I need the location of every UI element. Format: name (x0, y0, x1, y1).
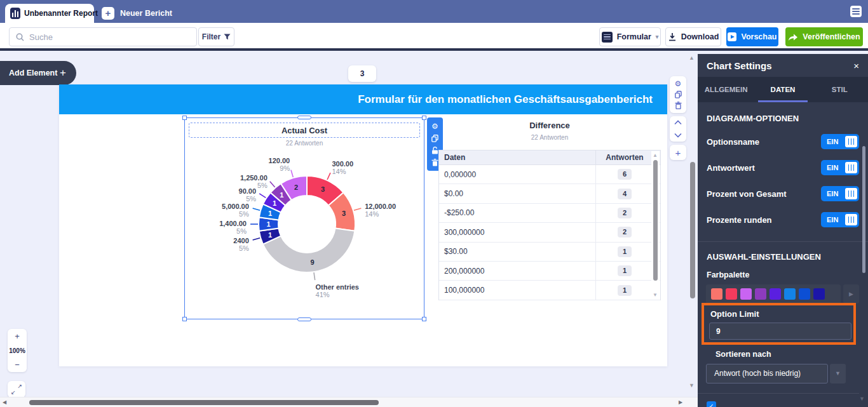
section-auswahl-einstellungen: AUSWAHL-EINSTELLUNGEN (698, 252, 868, 262)
panel-scrollbar-thumb[interactable] (862, 146, 865, 273)
zoom-level: 100% (9, 347, 25, 354)
table-scrollbar[interactable]: ▲ ▼ (651, 151, 660, 299)
report-icon (10, 8, 20, 19)
formular-label: Formular (617, 32, 651, 41)
scrollbar-thumb[interactable] (653, 160, 658, 281)
color-swatch[interactable] (813, 288, 825, 300)
dropdown-arrow-icon[interactable]: ▼ (830, 364, 846, 384)
option-limit-input[interactable] (709, 323, 851, 340)
form-icon (602, 32, 613, 43)
color-swatch[interactable] (740, 288, 752, 300)
donut-chart-widget[interactable]: Actual Cost 22 Antworten 3300.0014%312,0… (184, 117, 424, 319)
table-row[interactable]: -$250.002 (439, 204, 660, 223)
canvas-scroll-down-icon[interactable]: ▼ (689, 382, 695, 389)
filter-button[interactable]: Filter (198, 27, 234, 46)
veroeffentlichen-label: Veröffentlichen (803, 32, 860, 41)
panel-tab-daten[interactable]: DATEN (754, 77, 811, 102)
plus-icon: + (60, 67, 66, 79)
color-swatch[interactable] (799, 288, 810, 300)
toggle-switch-on[interactable]: EIN (821, 134, 859, 149)
trash-icon[interactable] (431, 159, 438, 166)
add-element-label: Add Element (9, 69, 57, 77)
segment-count: 1 (268, 210, 272, 217)
horizontal-scrollbar[interactable]: ◀ ▶ (0, 397, 698, 407)
segment-percent: 5% (257, 182, 268, 189)
checkbox-checked[interactable]: ✓ (707, 401, 716, 407)
app-menu-icon[interactable] (850, 6, 862, 17)
page-header-band[interactable]: Formular für den monatlichen Geschäftsau… (59, 84, 667, 114)
cell-antworten: 1 (596, 285, 653, 296)
cell-antworten: 1 (596, 265, 653, 276)
download-label: Download (681, 32, 719, 41)
color-swatch[interactable] (726, 288, 737, 300)
segment-percent: 5% (246, 195, 256, 203)
count-badge: 1 (618, 246, 632, 257)
toggle-switch-on[interactable]: EIN (821, 160, 859, 175)
selection-handle[interactable] (297, 116, 311, 119)
horizontal-scrollbar-thumb[interactable] (29, 400, 379, 405)
table-row[interactable]: $0.004 (439, 184, 660, 203)
zoom-in-button[interactable]: + (15, 332, 20, 340)
duplicate-page-icon[interactable] (675, 91, 682, 98)
vorschau-button[interactable]: Vorschau (726, 27, 778, 46)
selection-handle[interactable] (182, 116, 187, 120)
duplicate-icon[interactable] (431, 135, 438, 142)
cell-daten: 200,000000 (439, 262, 596, 280)
page-settings-gear-icon[interactable]: ⚙ (675, 80, 682, 88)
new-report-tab[interactable]: + Neuer Bericht (102, 4, 172, 23)
move-down-chevron-icon[interactable] (674, 133, 682, 138)
toggle-switch-on[interactable]: EIN (821, 212, 859, 227)
veroeffentlichen-button[interactable]: Veröffentlichen (785, 27, 863, 46)
panel-tab-allgemein[interactable]: ALLGEMEIN (698, 77, 754, 102)
sort-dropdown[interactable]: Antwort (hoch bis niedrig) (706, 364, 828, 384)
label-leader-line (270, 182, 275, 187)
table-row[interactable]: 100,0000001 (439, 281, 660, 300)
table-title[interactable]: Difference (438, 121, 661, 130)
color-swatch[interactable] (770, 288, 781, 300)
next-palette-button[interactable]: ▶ (843, 284, 859, 304)
tab-unbenannter-report[interactable]: Unbenannter Report ⋮ (5, 4, 94, 23)
zoom-out-button[interactable]: − (15, 361, 20, 369)
canvas-scrollbar-thumb[interactable] (690, 162, 695, 298)
panel-scroll-down-icon[interactable]: ▼ (859, 396, 865, 402)
scroll-left-icon[interactable]: ◀ (3, 399, 6, 405)
fullscreen-expand-button[interactable]: ↗ ↙ (8, 381, 25, 397)
formular-button[interactable]: Formular ▾ (599, 27, 661, 46)
cell-antworten: 2 (596, 208, 653, 218)
move-up-chevron-icon[interactable] (674, 120, 682, 125)
divider (698, 241, 868, 242)
setting-row: Prozente rundenEIN (698, 212, 868, 227)
delete-page-trash-icon[interactable] (675, 102, 682, 109)
table-body: 0,0000006$0.004-$250.002300,0000002$30.0… (439, 165, 660, 300)
download-icon (668, 32, 677, 41)
download-button[interactable]: Download (665, 27, 721, 46)
table-row[interactable]: $30.001 (439, 243, 660, 262)
scroll-right-icon[interactable]: ▶ (679, 399, 682, 405)
scroll-down-icon[interactable]: ▼ (653, 292, 658, 298)
table-row[interactable]: 0,0000006 (439, 165, 660, 184)
chart-title[interactable]: Actual Cost (189, 123, 420, 138)
table-row[interactable]: 300,0000002 (439, 223, 660, 242)
scroll-up-icon[interactable]: ▲ (653, 152, 658, 158)
add-element-button[interactable]: Add Element+ (0, 61, 76, 85)
panel-tabs: ALLGEMEINDATENSTIL (698, 77, 868, 102)
cell-antworten: 1 (596, 246, 653, 257)
add-page-button[interactable]: + (670, 145, 686, 160)
label-leader-line (253, 238, 261, 240)
search-input[interactable] (29, 32, 190, 42)
selection-handle[interactable] (422, 116, 426, 120)
close-icon[interactable]: × (853, 60, 859, 71)
color-swatch[interactable] (711, 288, 722, 300)
color-swatch[interactable] (755, 288, 766, 300)
unlock-icon[interactable] (431, 147, 438, 154)
search-box (9, 27, 197, 46)
panel-tab-stil[interactable]: STIL (811, 77, 868, 102)
divider (698, 393, 859, 394)
toggle-switch-on[interactable]: EIN (821, 186, 859, 201)
element-settings-gear-icon[interactable]: ⚙ (431, 123, 438, 130)
color-swatch[interactable] (784, 288, 796, 300)
column-header-antworten: Antworten (596, 150, 653, 164)
table-row[interactable]: 200,0000001 (439, 262, 660, 281)
setting-label: Prozent von Gesamt (707, 189, 787, 199)
canvas-scroll-up-icon[interactable]: ▲ (689, 55, 695, 61)
